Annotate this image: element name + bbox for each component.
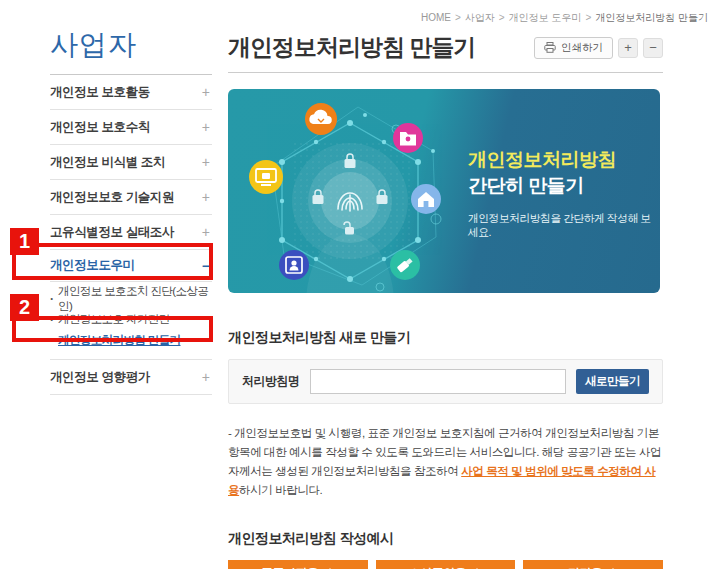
page: 사업자 개인정보 보호활동 + 개인정보 보호수칙 + 개인정보 비식별 조치 … [0, 0, 720, 569]
sidebar-item-protection-activity[interactable]: 개인정보 보호활동 + [50, 75, 212, 110]
sidebar-item-label: 개인정보 비식별 조치 [50, 154, 165, 171]
sidebar-item-protection-rules[interactable]: 개인정보 보호수칙 + [50, 110, 212, 145]
new-policy-form: 처리방침명 새로만들기 [228, 359, 663, 404]
page-header: 개인정보처리방침 만들기 인쇄하기 + − [228, 32, 663, 63]
sidebar-item-impact-assessment[interactable]: 개인정보 영향평가 + [50, 360, 212, 395]
print-button-label: 인쇄하기 [561, 41, 603, 55]
service-description: - 개인정보보호법 및 시행령, 표준 개인정보 보호지침에 근거하여 개인정보… [228, 424, 663, 500]
policy-name-input[interactable] [310, 369, 567, 394]
submenu-item-smallbiz-diagnosis[interactable]: · 개인정보 보호조치 진단(소상공인) [50, 288, 212, 309]
expand-plus-icon[interactable]: + [202, 224, 212, 240]
sidebar-item-deidentification[interactable]: 개인정보 비식별 조치 + [50, 145, 212, 180]
expand-plus-icon[interactable]: + [202, 119, 212, 135]
new-policy-heading: 개인정보처리방침 새로 만들기 [228, 329, 663, 347]
sidebar-item-label: 개인정보 보호수칙 [50, 119, 150, 136]
description-text: 하시기 바랍니다. [239, 484, 322, 496]
download-private-button[interactable]: 민간용 [523, 560, 663, 569]
bullet-icon: · [50, 334, 54, 348]
sidebar-item-tech-support[interactable]: 개인정보보호 기술지원 + [50, 180, 212, 215]
sidebar-item-label: 개인정보 보호활동 [50, 84, 150, 101]
sidebar-item-label: 개인정보도우미 [50, 257, 135, 274]
hero-banner: 개인정보처리방침 간단히 만들기 개인정보처리방침을 간단하게 작성해 보세요. [228, 89, 660, 293]
sidebar-submenu: · 개인정보 보호조치 진단(소상공인) · 개인정보보호 자가진단 · 개인정… [50, 282, 212, 360]
printer-icon [544, 42, 556, 53]
expand-plus-icon[interactable]: + [202, 84, 212, 100]
home-icon [411, 184, 441, 214]
usb-icon [390, 250, 420, 280]
download-button-label: 민간용 [568, 565, 603, 569]
cloud-sync-icon [305, 103, 337, 135]
banner-text: 개인정보처리방침 간단히 만들기 개인정보처리방침을 간단하게 작성해 보세요. [468, 147, 660, 240]
page-title: 개인정보처리방침 만들기 [228, 32, 475, 63]
expand-plus-icon[interactable]: + [202, 154, 212, 170]
privacy-network-illustration [228, 89, 468, 293]
submenu-item-label: 개인정보 보호조치 진단(소상공인) [58, 284, 212, 314]
print-button[interactable]: 인쇄하기 [534, 37, 613, 59]
download-button-label: 소상공인용 [409, 565, 467, 569]
title-divider [228, 72, 663, 73]
font-larger-button[interactable]: + [618, 38, 638, 58]
sidebar-item-unique-id-survey[interactable]: 고유식별정보 실태조사 + [50, 215, 212, 250]
sidebar: 사업자 개인정보 보호활동 + 개인정보 보호수칙 + 개인정보 비식별 조치 … [50, 26, 212, 395]
submenu-item-label: 개인정보보호 자가진단 [58, 312, 170, 327]
bullet-icon: · [50, 292, 54, 306]
submenu-item-label: 개인정보처리방침 만들기 [58, 333, 181, 348]
sidebar-item-label: 개인정보 영향평가 [50, 369, 150, 386]
policy-name-label: 처리방침명 [242, 373, 300, 390]
monitor-icon [249, 160, 283, 194]
banner-subtitle: 개인정보처리방침을 간단하게 작성해 보세요. [468, 212, 660, 240]
expand-plus-icon[interactable]: + [202, 189, 212, 205]
create-policy-button[interactable]: 새로만들기 [576, 369, 649, 394]
font-smaller-button[interactable]: − [643, 38, 663, 58]
sidebar-item-label: 고유식별정보 실태조사 [50, 224, 174, 241]
bullet-icon: · [50, 313, 54, 327]
id-card-icon [279, 250, 309, 280]
main-content: 개인정보처리방침 만들기 인쇄하기 + − [228, 0, 663, 569]
folder-icon [393, 123, 423, 153]
sidebar-title: 사업자 [50, 26, 212, 75]
example-downloads: 공공기관용 소상공인용 민간용 [228, 560, 663, 569]
header-tools: 인쇄하기 + − [534, 37, 663, 59]
annotation-badge-2: 2 [10, 294, 39, 321]
expand-minus-icon[interactable]: − [202, 258, 212, 274]
download-button-label: 공공기관용 [261, 565, 319, 569]
download-public-org-button[interactable]: 공공기관용 [228, 560, 368, 569]
sidebar-item-privacy-helper[interactable]: 개인정보도우미 − [50, 250, 212, 282]
sidebar-item-label: 개인정보보호 기술지원 [50, 189, 174, 206]
annotation-badge-1: 1 [10, 228, 39, 255]
examples-heading: 개인정보처리방침 작성예시 [228, 530, 663, 548]
banner-title-line2: 간단히 만들기 [468, 173, 660, 199]
download-small-business-button[interactable]: 소상공인용 [376, 560, 516, 569]
banner-title-line1: 개인정보처리방침 [468, 147, 660, 173]
expand-plus-icon[interactable]: + [202, 369, 212, 385]
submenu-item-policy-maker[interactable]: · 개인정보처리방침 만들기 [50, 330, 212, 351]
